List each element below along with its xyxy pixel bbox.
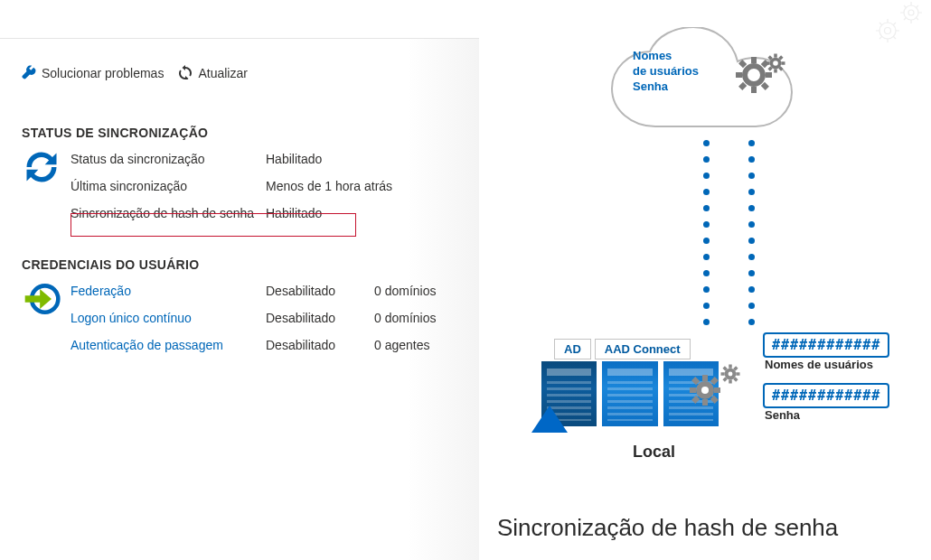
svg-rect-28 <box>714 387 720 393</box>
cloud-line3: Senha <box>633 79 699 95</box>
svg-point-2 <box>908 10 914 15</box>
svg-rect-5 <box>751 57 757 63</box>
hash-username-label: Nomes de usuários <box>765 358 873 371</box>
creds-section-header: CREDENCIAIS DO USUÁRIO <box>22 257 457 272</box>
row-extra: 0 domínios <box>374 284 436 298</box>
refresh-label: Atualizar <box>198 66 247 80</box>
tools-icon <box>22 65 36 82</box>
sync-row-status: Status da sincronização Habilitado <box>71 145 457 173</box>
sync-dots-left <box>703 140 709 335</box>
row-value: Menos de 1 hora atrás <box>266 179 392 193</box>
svg-rect-6 <box>751 87 757 93</box>
diagram-title: Sincronização de hash de senha <box>497 514 838 542</box>
svg-rect-29 <box>710 377 719 385</box>
row-label: Status da sincronização <box>71 152 266 166</box>
svg-rect-7 <box>736 72 742 78</box>
refresh-button[interactable]: Atualizar <box>178 65 247 82</box>
svg-rect-26 <box>702 399 708 406</box>
troubleshoot-label: Solucionar problemas <box>42 66 164 80</box>
svg-rect-27 <box>690 387 696 393</box>
hash-password-box: ############ <box>763 383 889 408</box>
svg-rect-17 <box>766 61 770 65</box>
svg-rect-31 <box>691 377 700 385</box>
svg-rect-30 <box>691 396 700 404</box>
row-extra: 0 domínios <box>374 311 436 325</box>
svg-rect-36 <box>729 379 732 383</box>
sync-status-panel: Solucionar problemas Atualizar STATUS DE… <box>0 38 479 560</box>
sync-dots-right <box>748 140 754 335</box>
svg-rect-35 <box>729 365 732 369</box>
svg-rect-18 <box>781 61 785 65</box>
server-icon <box>602 361 657 426</box>
hash-password-label: Senha <box>765 408 800 422</box>
svg-point-4 <box>885 28 891 34</box>
svg-point-14 <box>773 61 778 66</box>
svg-point-24 <box>701 387 709 394</box>
svg-rect-37 <box>721 372 725 376</box>
triangle-icon <box>531 406 568 433</box>
row-value: Desabilitado <box>266 311 374 325</box>
row-value: Desabilitado <box>266 338 374 352</box>
svg-rect-16 <box>774 69 777 72</box>
toolbar: Solucionar problemas Atualizar <box>0 51 479 95</box>
signin-icon <box>22 277 71 359</box>
row-value: Habilitado <box>266 152 374 166</box>
passthrough-link[interactable]: Autenticação de passagem <box>71 338 266 352</box>
sync-icon <box>22 145 71 227</box>
creds-row-sso: Logon único contínuo Desabilitado 0 domí… <box>71 304 457 331</box>
gear-icon <box>732 47 797 104</box>
server-tag-aadc: AAD Connect <box>595 339 691 359</box>
row-label: Sincronização de hash de senha <box>71 206 266 220</box>
federation-link[interactable]: Federação <box>71 284 266 298</box>
svg-rect-32 <box>710 396 719 404</box>
diagram-panel: Nomes de usuários Senha AD AAD Connect <box>479 0 931 560</box>
hash-username-box: ############ <box>763 332 889 358</box>
sync-row-hash: Sincronização de hash de senha Habilitad… <box>71 200 457 227</box>
creds-row-passthrough: Autenticação de passagem Desabilitado 0 … <box>71 331 457 359</box>
cloud-text: Nomes de usuários Senha <box>633 49 699 95</box>
gear-deco-icon <box>868 0 931 48</box>
row-label: Última sincronização <box>71 179 266 193</box>
local-label: Local <box>633 443 675 462</box>
svg-rect-25 <box>702 375 708 381</box>
row-extra: 0 agentes <box>374 338 430 352</box>
cloud-line2: de usuários <box>633 64 699 79</box>
svg-rect-8 <box>766 72 772 78</box>
svg-point-34 <box>729 372 733 377</box>
server-tag-ad: AD <box>554 339 591 359</box>
row-value: Habilitado <box>266 206 374 220</box>
row-value: Desabilitado <box>266 284 374 298</box>
gear-icon <box>687 359 750 413</box>
troubleshoot-button[interactable]: Solucionar problemas <box>22 65 164 82</box>
refresh-icon <box>178 65 193 82</box>
cloud-line1: Nomes <box>633 49 699 64</box>
sync-row-last: Última sincronização Menos de 1 hora atr… <box>71 173 457 200</box>
sync-section-header: STATUS DE SINCRONIZAÇÃO <box>22 126 457 140</box>
creds-row-federation: Federação Desabilitado 0 domínios <box>71 277 457 304</box>
sso-link[interactable]: Logon único contínuo <box>71 311 266 325</box>
svg-rect-15 <box>774 54 777 58</box>
svg-rect-38 <box>736 372 739 376</box>
